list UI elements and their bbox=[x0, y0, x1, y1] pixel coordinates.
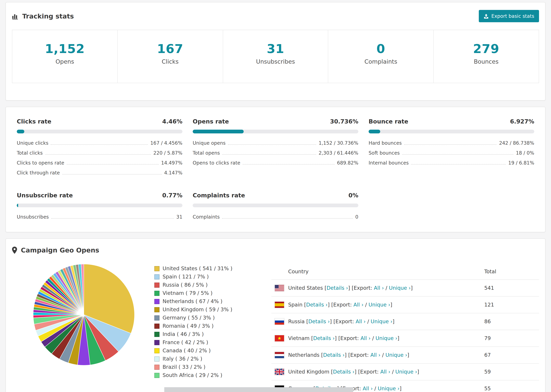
metric-label: Unique opens bbox=[193, 140, 226, 146]
rate-title: Complaints rate bbox=[193, 192, 245, 199]
metric-value: 19 / 6.81% bbox=[508, 160, 534, 166]
stat-value: 279 bbox=[434, 42, 539, 56]
legend-item: Spain ( 121 / 7% ) bbox=[154, 274, 257, 280]
metric-row: Hard bounces 242 / 86.738% bbox=[369, 140, 534, 146]
country-cell: Vietnam [Details ›] [Export: All › / Uni… bbox=[288, 335, 484, 341]
export-unique-link[interactable]: Unique › bbox=[389, 285, 411, 291]
export-all-link[interactable]: All › bbox=[374, 285, 384, 291]
metric-row: Opens to clicks rate 689.82% bbox=[193, 160, 358, 166]
metric-value: 0 bbox=[355, 214, 358, 220]
legend-item: Canada ( 40 / 2% ) bbox=[154, 348, 257, 354]
metric-value: 1,152 / 30.736% bbox=[319, 140, 358, 146]
stat-clicks: 167 Clicks bbox=[117, 30, 223, 83]
legend-label: Canada ( 40 / 2% ) bbox=[162, 348, 211, 354]
rate-block-unsubscribe-rate: Unsubscribe rate 0.77% Unsubscribes 31 bbox=[17, 192, 182, 220]
geo-table-header: Country Total bbox=[271, 264, 539, 280]
export-unique-link[interactable]: Unique › bbox=[395, 369, 417, 375]
export-unique-link[interactable]: Unique › bbox=[371, 318, 392, 325]
rate-value: 6.927% bbox=[510, 118, 534, 125]
geo-content: United States ( 541 / 31% ) Spain ( 121 … bbox=[6, 260, 545, 392]
metric-row: Click through rate 4.147% bbox=[17, 170, 182, 175]
geo-table-row: Vietnam [Details ›] [Export: All › / Uni… bbox=[271, 330, 539, 347]
total-cell: 86 bbox=[484, 318, 536, 325]
total-column-header: Total bbox=[484, 268, 536, 275]
dotted-leader bbox=[222, 218, 353, 219]
export-all-link[interactable]: All › bbox=[380, 369, 390, 375]
rate-block-complaints-rate: Complaints rate 0% Complaints 0 bbox=[193, 192, 358, 220]
stat-opens: 1,152 Opens bbox=[12, 30, 117, 83]
legend-label: France ( 42 / 2% ) bbox=[162, 339, 208, 345]
metric-row: Unique opens 1,152 / 30.736% bbox=[193, 140, 358, 146]
rate-block-opens-rate: Opens rate 30.736% Unique opens 1,152 / … bbox=[193, 118, 358, 175]
legend-swatch bbox=[154, 348, 160, 353]
legend-swatch bbox=[154, 323, 160, 329]
flag-us-icon bbox=[275, 285, 284, 291]
geo-pie-chart bbox=[33, 263, 135, 366]
rate-head: Unsubscribe rate 0.77% bbox=[17, 192, 182, 199]
metric-label: Unique clicks bbox=[17, 140, 49, 146]
dotted-leader bbox=[45, 154, 151, 155]
export-all-link[interactable]: All › bbox=[370, 352, 381, 358]
metric-label: Hard bounces bbox=[369, 140, 402, 146]
export-unique-link[interactable]: Unique › bbox=[368, 302, 390, 308]
stat-complaints: 0 Complaints bbox=[328, 30, 433, 83]
country-cell: Russia [Details ›] [Export: All › / Uniq… bbox=[288, 318, 484, 325]
legend-item: United Kingdom ( 59 / 3% ) bbox=[154, 307, 257, 313]
flag-nl-icon bbox=[275, 352, 284, 358]
metric-row: Total opens 2,303 / 61.446% bbox=[193, 150, 358, 156]
export-all-link[interactable]: All › bbox=[363, 385, 373, 392]
export-unique-link[interactable]: Unique › bbox=[385, 352, 407, 358]
export-all-link[interactable]: All › bbox=[360, 335, 371, 341]
progress-fill bbox=[369, 130, 380, 133]
legend-item: Russia ( 86 / 5% ) bbox=[154, 282, 257, 288]
horizontal-scrollbar-thumb[interactable] bbox=[164, 387, 353, 392]
country-column-header: Country bbox=[275, 268, 484, 275]
rate-title: Opens rate bbox=[193, 118, 229, 125]
export-all-link[interactable]: All › bbox=[353, 302, 363, 308]
country-cell: Spain [Details ›] [Export: All › / Uniqu… bbox=[288, 302, 484, 308]
progress-track bbox=[369, 130, 534, 133]
country-cell: United Kingdom [Details ›] [Export: All … bbox=[288, 369, 484, 375]
details-link[interactable]: Details › bbox=[326, 285, 348, 291]
rate-block-bounce-rate: Bounce rate 6.927% Hard bounces 242 / 86… bbox=[369, 118, 534, 175]
export-unique-link[interactable]: Unique › bbox=[376, 335, 397, 341]
details-link[interactable]: Details › bbox=[306, 302, 328, 308]
details-link[interactable]: Details › bbox=[323, 352, 345, 358]
dotted-leader bbox=[222, 154, 316, 155]
country-cell: United States [Details ›] [Export: All ›… bbox=[288, 285, 484, 291]
export-basic-stats-button[interactable]: Export basic stats bbox=[479, 10, 539, 22]
legend-swatch bbox=[154, 307, 160, 312]
metric-row: Soft bounces 18 / 0% bbox=[369, 150, 534, 156]
tracking-stats-header: Tracking stats Export basic stats bbox=[6, 2, 545, 28]
details-link[interactable]: Details › bbox=[308, 318, 330, 325]
legend-item: Vietnam ( 79 / 5% ) bbox=[154, 290, 257, 296]
dotted-leader bbox=[67, 164, 159, 165]
stat-label: Complaints bbox=[328, 58, 433, 65]
metric-value: 2,303 / 61.446% bbox=[319, 150, 358, 156]
legend-label: Italy ( 36 / 2% ) bbox=[162, 356, 202, 362]
rate-rows: Hard bounces 242 / 86.738% Soft bounces … bbox=[369, 140, 534, 166]
export-all-link[interactable]: All › bbox=[356, 318, 366, 325]
stats-row: 1,152 Opens 167 Clicks 31 Unsubscribes 0… bbox=[12, 30, 539, 83]
geo-table-row: Russia [Details ›] [Export: All › / Uniq… bbox=[271, 313, 539, 330]
stat-value: 31 bbox=[223, 42, 328, 56]
rate-value: 30.736% bbox=[330, 118, 358, 125]
details-link[interactable]: Details › bbox=[333, 369, 354, 375]
geo-title: Campaign Geo Opens bbox=[12, 246, 99, 254]
metric-label: Soft bounces bbox=[369, 150, 400, 156]
legend-swatch bbox=[154, 340, 160, 345]
metric-label: Click through rate bbox=[17, 170, 60, 175]
legend-item: Brazil ( 33 / 2% ) bbox=[154, 364, 257, 370]
stat-label: Clicks bbox=[118, 58, 223, 65]
progress-fill bbox=[17, 203, 18, 207]
dotted-leader bbox=[402, 154, 514, 155]
metric-value: 14.497% bbox=[161, 160, 182, 166]
legend-label: Netherlands ( 67 / 4% ) bbox=[162, 298, 222, 304]
legend-label: United Kingdom ( 59 / 3% ) bbox=[162, 307, 232, 313]
export-icon bbox=[484, 14, 489, 19]
legend-label: South Africa ( 29 / 2% ) bbox=[162, 372, 222, 378]
stat-unsubscribes: 31 Unsubscribes bbox=[223, 30, 328, 83]
details-link[interactable]: Details › bbox=[313, 335, 335, 341]
rate-value: 0.77% bbox=[162, 192, 182, 199]
export-unique-link[interactable]: Unique › bbox=[378, 385, 399, 392]
